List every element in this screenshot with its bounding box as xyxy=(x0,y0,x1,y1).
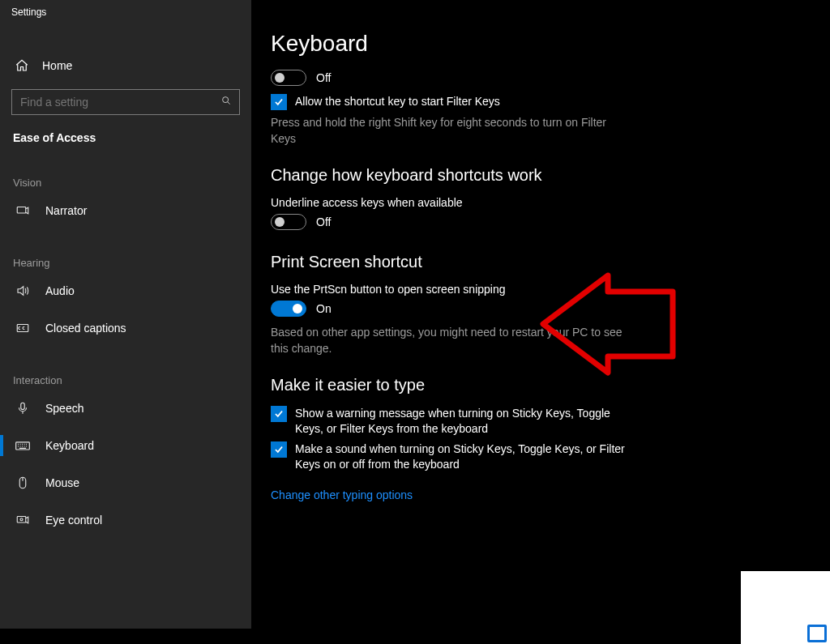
sidebar-item-label: Narrator xyxy=(45,204,87,217)
svg-rect-3 xyxy=(21,403,25,409)
sidebar-item-narrator[interactable]: Narrator xyxy=(0,192,251,229)
prtscn-label: Use the PrtScn button to open screen sni… xyxy=(271,283,830,296)
audio-icon xyxy=(15,283,31,299)
home-icon xyxy=(15,58,29,73)
underline-toggle-state: Off xyxy=(316,215,331,228)
filter-keys-toggle[interactable] xyxy=(271,70,306,86)
svg-rect-1 xyxy=(17,207,26,214)
filter-shortcut-label: Allow the shortcut key to start Filter K… xyxy=(295,94,500,109)
section-prtscn: Print Screen shortcut xyxy=(271,253,830,271)
sidebar-item-label: Closed captions xyxy=(45,322,126,335)
sidebar-item-closed-captions[interactable]: Closed captions xyxy=(0,309,251,347)
sidebar-section-header: Ease of Access xyxy=(0,115,251,149)
page-title: Keyboard xyxy=(271,31,830,57)
sidebar-item-keyboard[interactable]: Keyboard xyxy=(0,427,251,464)
sidebar-item-label: Keyboard xyxy=(45,439,94,452)
sidebar-item-mouse[interactable]: Mouse xyxy=(0,464,251,501)
section-shortcuts: Change how keyboard shortcuts work xyxy=(271,166,830,185)
sidebar-item-eye-control[interactable]: Eye control xyxy=(0,501,251,539)
sidebar-home[interactable]: Home xyxy=(0,52,251,79)
mouse-icon xyxy=(15,475,31,491)
sidebar-item-label: Audio xyxy=(45,284,75,297)
svg-point-7 xyxy=(20,518,23,521)
sidebar-group-hearing: Hearing xyxy=(0,229,251,272)
watermark-box xyxy=(741,571,830,644)
prtscn-toggle-state: On xyxy=(316,302,332,315)
filter-hint: Press and hold the right Shift key for e… xyxy=(271,115,627,147)
sidebar-group-interaction: Interaction xyxy=(0,347,251,390)
sidebar: Settings Home Ease of Access Vision Narr… xyxy=(0,0,251,629)
other-typing-link[interactable]: Change other typing options xyxy=(271,488,413,501)
prtscn-hint: Based on other app settings, you might n… xyxy=(271,325,627,356)
narrator-icon xyxy=(15,203,31,219)
sidebar-item-label: Mouse xyxy=(45,476,79,489)
sidebar-item-label: Speech xyxy=(45,402,83,415)
search-input[interactable] xyxy=(11,89,240,115)
captions-icon xyxy=(15,320,31,336)
sidebar-item-label: Eye control xyxy=(45,514,102,527)
main-content: Keyboard Off Allow the shortcut key to s… xyxy=(251,0,830,644)
sound-check-label: Make a sound when turning on Sticky Keys… xyxy=(295,441,635,472)
keyboard-icon xyxy=(15,437,31,454)
speech-icon xyxy=(15,400,31,416)
warning-check-label: Show a warning message when turning on S… xyxy=(295,406,635,437)
sound-checkbox[interactable] xyxy=(271,441,287,458)
prtscn-toggle[interactable] xyxy=(271,301,306,317)
window-title: Settings xyxy=(0,0,251,18)
underline-toggle[interactable] xyxy=(271,214,306,230)
section-easier: Make it easier to type xyxy=(271,376,830,395)
eye-icon xyxy=(15,512,31,528)
filter-shortcut-checkbox[interactable] xyxy=(271,94,287,110)
svg-rect-6 xyxy=(17,517,26,523)
sidebar-item-audio[interactable]: Audio xyxy=(0,272,251,309)
sidebar-item-speech[interactable]: Speech xyxy=(0,390,251,427)
sidebar-group-vision: Vision xyxy=(0,149,251,192)
warning-checkbox[interactable] xyxy=(271,406,287,422)
underline-label: Underline access keys when available xyxy=(271,196,830,209)
filter-keys-toggle-state: Off xyxy=(316,71,331,84)
home-label: Home xyxy=(42,59,72,72)
